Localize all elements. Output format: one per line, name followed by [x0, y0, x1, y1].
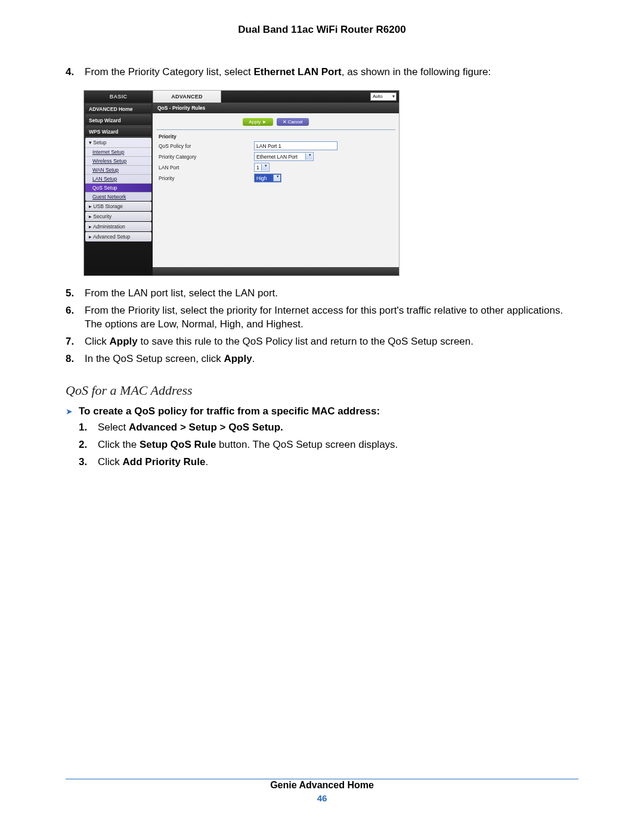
step-text: Select	[98, 422, 129, 433]
sidebar-group-security[interactable]: ▸ Security	[85, 212, 151, 221]
step-7: 7. Click Apply to save this rule to the …	[66, 335, 578, 349]
sidebar-item-setup-wizard[interactable]: Setup Wizard	[85, 115, 151, 126]
select-priority[interactable]: High	[254, 174, 281, 182]
input-policy-for[interactable]	[254, 141, 338, 150]
sidebar-group-administration[interactable]: ▸ Administration	[85, 222, 151, 231]
step-text: From the Priority Category list, select	[85, 66, 253, 78]
step-8: 8. In the QoS Setup screen, click Apply.	[66, 352, 578, 366]
step-bold: Setup QoS Rule	[140, 439, 216, 450]
step-text: .	[252, 353, 255, 364]
sidebar-group-setup[interactable]: ▾ Setup	[85, 138, 151, 147]
cancel-button[interactable]: ✕ Cancel	[277, 118, 309, 126]
sidebar-item-internet-setup[interactable]: Internet Setup	[85, 147, 151, 156]
ui-footer-bar	[153, 267, 399, 275]
proc-step-2: 2. Click the Setup QoS Rule button. The …	[79, 438, 578, 452]
procedure-steps: 1. Select Advanced > Setup > QoS Setup. …	[79, 421, 578, 469]
step-text: .	[205, 456, 208, 467]
sidebar-item-lan-setup[interactable]: LAN Setup	[85, 174, 151, 183]
ui-tab-bar: BASIC ADVANCED Auto	[84, 91, 399, 103]
sidebar-group-usb[interactable]: ▸ USB Storage	[85, 202, 151, 211]
breadcrumb: QoS - Priority Rules	[153, 103, 399, 113]
tab-advanced[interactable]: ADVANCED	[153, 91, 221, 103]
step-text: button. The QoS Setup screen displays.	[216, 439, 398, 450]
step-number: 6.	[66, 304, 85, 332]
step-bold: Add Priority Rule	[123, 456, 206, 467]
ui-sidebar: ADVANCED Home Setup Wizard WPS Wizard ▾ …	[84, 103, 153, 275]
footer-label: Genie Advanced Home	[0, 780, 644, 791]
priority-form: QoS Policy for Priority Category Etherne…	[153, 141, 399, 184]
sidebar-item-wireless-setup[interactable]: Wireless Setup	[85, 156, 151, 165]
sidebar-item-advanced-home[interactable]: ADVANCED Home	[85, 104, 151, 114]
step-bold: Ethernet LAN Port	[253, 66, 341, 78]
sidebar-item-guest-network[interactable]: Guest Network	[85, 192, 151, 201]
footer-rule	[66, 779, 578, 779]
step-number: 5.	[66, 287, 85, 301]
instruction-list-top: 4. From the Priority Category list, sele…	[66, 66, 578, 79]
sidebar-item-qos-setup[interactable]: QoS Setup	[85, 183, 151, 192]
label-priority: Priority	[159, 175, 254, 181]
step-text: In the QoS Setup screen, click	[85, 353, 224, 364]
step-bold: Advanced > Setup > QoS Setup.	[129, 422, 283, 433]
apply-button[interactable]: Apply ►	[243, 118, 273, 126]
step-text: Click	[98, 456, 123, 467]
sidebar-item-wan-setup[interactable]: WAN Setup	[85, 165, 151, 174]
step-text: Click the	[98, 439, 140, 450]
proc-step-1: 1. Select Advanced > Setup > QoS Setup.	[79, 421, 578, 435]
instruction-list-bottom: 5. From the LAN port list, select the LA…	[66, 287, 578, 366]
step-text: From the LAN port list, select the LAN p…	[85, 287, 578, 301]
step-number: 1.	[79, 421, 98, 435]
tab-basic[interactable]: BASIC	[84, 91, 153, 103]
step-text: From the Priority list, select the prior…	[85, 304, 578, 332]
step-bold: Apply	[224, 353, 252, 364]
label-policy-for: QoS Policy for	[159, 143, 254, 149]
procedure-title: To create a QoS policy for traffic from …	[79, 405, 380, 417]
ui-toolbar: Apply ► ✕ Cancel	[156, 113, 395, 130]
procedure-arrow-icon: ➤	[66, 407, 73, 416]
step-number: 8.	[66, 352, 85, 366]
proc-step-3: 3. Click Add Priority Rule.	[79, 456, 578, 469]
step-5: 5. From the LAN port list, select the LA…	[66, 287, 578, 301]
step-4: 4. From the Priority Category list, sele…	[66, 66, 578, 79]
label-lan-port: LAN Port	[159, 165, 254, 171]
select-lan-port[interactable]: 1	[254, 163, 270, 172]
step-number: 3.	[79, 456, 98, 469]
step-text: Click	[85, 336, 110, 347]
page-title: Dual Band 11ac WiFi Router R6200	[66, 24, 578, 36]
sidebar-item-wps-wizard[interactable]: WPS Wizard	[85, 126, 151, 137]
step-number: 4.	[66, 66, 85, 79]
step-bold: Apply	[110, 336, 138, 347]
refresh-select[interactable]: Auto	[370, 92, 397, 101]
sidebar-group-advanced-setup[interactable]: ▸ Advanced Setup	[85, 232, 151, 241]
step-6: 6. From the Priority list, select the pr…	[66, 304, 578, 332]
label-category: Priority Category	[159, 154, 254, 160]
select-category[interactable]: Ethernet LAN Port	[254, 152, 314, 161]
page-footer: Genie Advanced Home 46	[0, 780, 644, 803]
router-ui-screenshot: BASIC ADVANCED Auto ADVANCED Home Setup …	[83, 90, 578, 276]
step-text: to save this rule to the QoS Policy list…	[138, 336, 473, 347]
step-number: 2.	[79, 438, 98, 452]
page-number: 46	[0, 793, 644, 803]
step-number: 7.	[66, 335, 85, 349]
procedure-title-line: ➤ To create a QoS policy for traffic fro…	[66, 405, 578, 417]
sub-heading: QoS for a MAC Address	[66, 383, 578, 398]
step-text: , as shown in the following figure:	[342, 66, 491, 78]
section-label: Priority	[153, 130, 399, 141]
